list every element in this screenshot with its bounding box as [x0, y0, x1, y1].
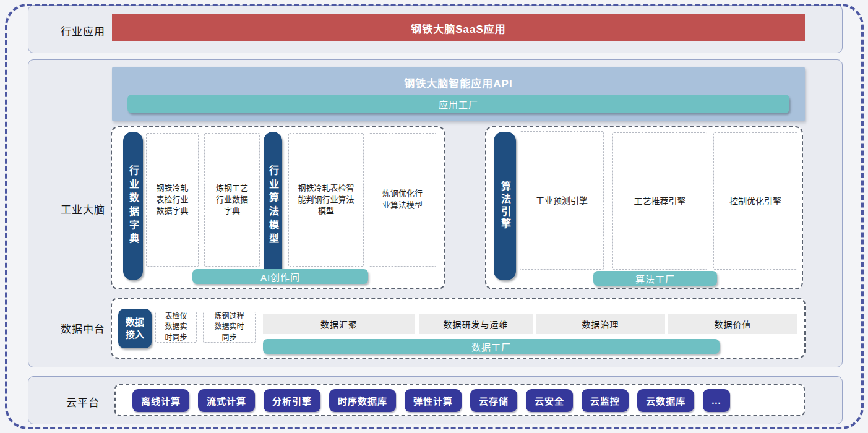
- cloud-btn-analytics-engine: 分析引擎: [264, 389, 320, 412]
- algorithm-factory-bar: 算法工厂: [593, 271, 717, 286]
- industrial-brain-label: 工业大脑: [46, 201, 120, 216]
- cloud-btn-cloud-monitoring: 云监控: [582, 389, 629, 412]
- data-aggregation-box: 数据汇聚: [263, 314, 415, 334]
- app-factory-bar: 应用工厂: [127, 95, 789, 113]
- steelmaking-sync-box: 炼钢过程数据实时同步: [203, 312, 256, 343]
- cloud-btn-timeseries-db: 时序数据库: [329, 389, 396, 412]
- saas-application-bar: 钢铁大脑SaaS应用: [112, 14, 805, 41]
- steelmaking-dictionary-box: 炼钢工艺行业数据字典: [204, 133, 260, 267]
- cloud-btn-cloud-security: 云安全: [526, 389, 573, 412]
- industry-application-label: 行业应用: [46, 23, 120, 38]
- data-platform-label: 数据中台: [46, 320, 120, 336]
- cloud-btn-cloud-database: 云数据库: [637, 389, 694, 412]
- cloud-btn-offline-compute: 离线计算: [132, 389, 189, 412]
- data-governance-box: 数据治理: [536, 314, 665, 334]
- data-access-box: 数据 接入: [118, 309, 152, 348]
- api-header-bar: 钢铁大脑智能应用API 应用工厂: [112, 67, 805, 121]
- cloud-services-panel: 离线计算 流式计算 分析引擎 时序数据库 弹性计算 云存储 云安全 云监控 云数…: [114, 384, 805, 416]
- algorithm-engine-vbar: 算法引擎: [494, 132, 516, 280]
- data-factory-bar: 数据工厂: [263, 339, 720, 354]
- cloud-btn-more: ...: [703, 389, 730, 412]
- cloud-btn-elastic-compute: 弹性计算: [405, 389, 462, 412]
- data-rnd-ops-box: 数据研发与运维: [419, 314, 533, 334]
- data-value-box: 数据价值: [668, 314, 797, 334]
- cloud-platform-label: 云平台: [46, 394, 120, 409]
- algorithm-engine-panel: 算法引擎 工业预测引擎 工艺推荐引擎 控制优化引擎 算法工厂: [485, 126, 803, 289]
- industry-algorithm-model-vbar: 行业算法模型: [264, 132, 282, 280]
- cloud-platform-section: 云平台 离线计算 流式计算 分析引擎 时序数据库 弹性计算 云存储 云安全 云监…: [28, 376, 843, 424]
- industry-prediction-engine-box: 工业预测引擎: [520, 131, 604, 270]
- data-platform-panel: 数据 接入 表检仪数据实时同步 炼钢过程数据实时同步 数据汇聚 数据研发与运维 …: [111, 298, 806, 359]
- architecture-diagram: 行业应用 钢铁大脑SaaS应用 工业大脑 数据中台 钢铁大脑智能应用API 应用…: [0, 0, 868, 433]
- process-recommendation-engine-box: 工艺推荐引擎: [612, 132, 707, 270]
- industry-application-section: 行业应用 钢铁大脑SaaS应用: [28, 5, 843, 53]
- api-title: 钢铁大脑智能应用API: [112, 75, 805, 90]
- control-optimization-engine-box: 控制优化引擎: [713, 132, 797, 270]
- cloud-btn-stream-compute: 流式计算: [198, 389, 255, 412]
- data-dictionary-model-panel: 行业数据字典 钢铁冷轧表检行业数据字典 炼钢工艺行业数据字典 行业算法模型 钢铁…: [111, 126, 445, 289]
- gauge-sync-box: 表检仪数据实时同步: [155, 312, 197, 343]
- cloud-btn-cloud-storage: 云存储: [470, 389, 517, 412]
- ai-workshop-bar: AI创作间: [192, 269, 368, 284]
- cold-rolling-dictionary-box: 钢铁冷轧表检行业数据字典: [146, 133, 199, 267]
- cold-rolling-algorithm-box: 钢铁冷轧表检智能判钢行业算法模型: [288, 133, 364, 267]
- industrial-brain-section: 工业大脑 数据中台 钢铁大脑智能应用API 应用工厂 行业数据字典 钢铁冷轧表检…: [28, 59, 843, 367]
- industry-data-dictionary-vbar: 行业数据字典: [123, 132, 143, 280]
- steelmaking-algorithm-box: 炼钢优化行业算法模型: [369, 133, 436, 267]
